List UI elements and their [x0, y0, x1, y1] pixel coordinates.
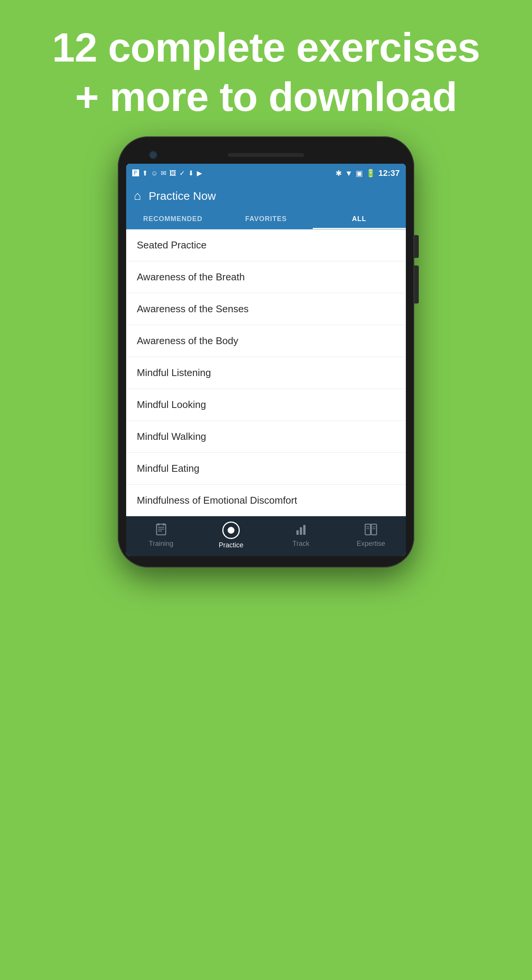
status-icon-p: 🅿 [132, 169, 139, 177]
training-icon [155, 523, 167, 538]
exercise-item-awareness-breath[interactable]: Awareness of the Breath [126, 261, 406, 293]
phone-device: 🅿 ⬆ ☺ ✉ 🖼 ✓ ⬇ ▶ ✱ ▼ ▣ 🔋 12:37 [118, 136, 414, 568]
status-icon-mail: ✉ [161, 169, 166, 177]
status-icons-right: ✱ ▼ ▣ 🔋 12:37 [336, 168, 400, 178]
wifi-icon: ▼ [345, 169, 353, 178]
tab-bar: RECOMMENDED FAVORITES ALL [126, 209, 406, 229]
svg-rect-5 [162, 523, 165, 525]
phone-top-bar [126, 148, 406, 164]
nav-item-track[interactable]: Track [266, 523, 336, 548]
exercise-item-awareness-senses[interactable]: Awareness of the Senses [126, 293, 406, 325]
phone-outer: 🅿 ⬆ ☺ ✉ 🖼 ✓ ⬇ ▶ ✱ ▼ ▣ 🔋 12:37 [118, 136, 414, 568]
header-line2: + more to download [52, 72, 480, 122]
tab-all[interactable]: ALL [313, 209, 406, 229]
exercise-item-mindfulness-emotional[interactable]: Mindfulness of Emotional Discomfort [126, 485, 406, 516]
header-line1: 12 complete exercises [52, 23, 480, 72]
exercise-item-awareness-body[interactable]: Awareness of the Body [126, 325, 406, 357]
status-icon-check: ✓ [179, 169, 185, 177]
expertise-icon [365, 523, 377, 538]
status-icon-download: ⬇ [188, 169, 194, 177]
practice-dot [228, 527, 234, 534]
signal-icon: ▣ [356, 169, 363, 178]
nav-item-expertise[interactable]: Expertise [336, 523, 406, 548]
exercise-item-mindful-eating[interactable]: Mindful Eating [126, 453, 406, 485]
home-icon[interactable]: ⌂ [134, 189, 141, 203]
svg-rect-8 [303, 525, 306, 535]
nav-item-training[interactable]: Training [126, 523, 196, 548]
practice-label: Practice [218, 541, 243, 549]
bottom-nav: Training Practice [126, 516, 406, 556]
status-bar: 🅿 ⬆ ☺ ✉ 🖼 ✓ ⬇ ▶ ✱ ▼ ▣ 🔋 12:37 [126, 164, 406, 183]
svg-rect-9 [365, 524, 371, 535]
status-icon-image: 🖼 [169, 169, 176, 177]
svg-rect-6 [296, 530, 299, 535]
tab-favorites[interactable]: FAVORITES [219, 209, 312, 229]
side-button-power [414, 235, 419, 258]
battery-icon: 🔋 [366, 169, 376, 178]
practice-icon [222, 522, 240, 539]
status-time: 12:37 [379, 168, 400, 178]
bluetooth-icon: ✱ [336, 169, 342, 178]
app-title: Practice Now [148, 189, 216, 202]
exercise-item-mindful-listening[interactable]: Mindful Listening [126, 357, 406, 389]
status-icon-face: ☺ [151, 169, 158, 177]
camera-icon [149, 151, 157, 159]
training-label: Training [149, 540, 173, 548]
track-label: Track [293, 540, 309, 548]
svg-rect-4 [157, 523, 159, 525]
tab-recommended[interactable]: RECOMMENDED [126, 209, 219, 229]
header-text: 12 complete exercises + more to download [22, 0, 510, 136]
exercise-list: Seated Practice Awareness of the Breath … [126, 229, 406, 516]
svg-rect-10 [371, 524, 377, 535]
side-button-volume [414, 266, 419, 304]
phone-screen: 🅿 ⬆ ☺ ✉ 🖼 ✓ ⬇ ▶ ✱ ▼ ▣ 🔋 12:37 [126, 164, 406, 556]
status-icons-left: 🅿 ⬆ ☺ ✉ 🖼 ✓ ⬇ ▶ [132, 169, 202, 177]
status-icon-arrow: ▶ [197, 169, 202, 177]
app-bar: ⌂ Practice Now [126, 183, 406, 209]
nav-item-practice[interactable]: Practice [196, 522, 266, 549]
exercise-item-mindful-looking[interactable]: Mindful Looking [126, 389, 406, 421]
expertise-label: Expertise [357, 540, 385, 548]
exercise-item-mindful-walking[interactable]: Mindful Walking [126, 421, 406, 453]
track-icon [295, 523, 307, 538]
speaker [228, 153, 304, 157]
svg-rect-7 [300, 527, 302, 535]
status-icon-upload: ⬆ [142, 169, 148, 177]
exercise-item-seated-practice[interactable]: Seated Practice [126, 229, 406, 261]
